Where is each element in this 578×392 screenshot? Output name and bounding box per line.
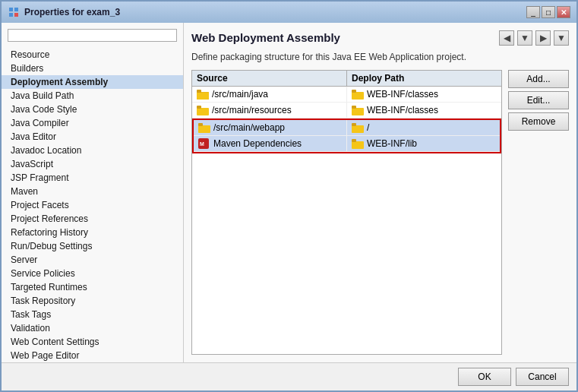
sidebar-item-javascript[interactable]: JavaScript [2, 157, 183, 171]
window-icon [8, 6, 20, 18]
sidebar-item-maven[interactable]: Maven [2, 185, 183, 198]
svg-rect-1 [14, 8, 18, 11]
panel-description: Define packaging structure for this Java… [191, 52, 569, 62]
sidebar-item-java-code-style[interactable]: Java Code Style [2, 103, 183, 116]
source-cell: M Maven Dependencies [194, 136, 347, 151]
svg-rect-3 [14, 13, 18, 17]
header-deploy-path: Deploy Path [347, 71, 501, 86]
title-bar-left: Properties for exam_3 [8, 6, 120, 18]
edit-button[interactable]: Edit... [508, 91, 569, 109]
sidebar-item-targeted-runtimes[interactable]: Targeted Runtimes [2, 280, 183, 294]
table-row[interactable]: /src/main/webapp / [194, 120, 500, 136]
ok-button[interactable]: OK [458, 368, 511, 386]
svg-rect-8 [352, 92, 364, 100]
content-area: Resource Builders Deployment Assembly Ja… [2, 23, 576, 362]
folder-icon [352, 106, 364, 115]
bottom-bar: OK Cancel [2, 362, 576, 390]
sidebar-item-project-facets[interactable]: Project Facets [2, 198, 183, 212]
svg-rect-21 [352, 139, 356, 142]
folder-icon [197, 90, 209, 100]
sidebar-item-server[interactable]: Server [2, 253, 183, 267]
sidebar-item-project-references[interactable]: Project References [2, 212, 183, 226]
table-row[interactable]: M Maven Dependencies WEB-INF/lib [194, 136, 500, 152]
table-row[interactable]: /src/main/java WEB-INF/classes [192, 87, 501, 103]
sidebar-item-validation[interactable]: Validation [2, 321, 183, 335]
title-controls: _ □ ✕ [526, 6, 570, 18]
deploy-cell: WEB-INF/classes [347, 103, 501, 118]
sidebar-item-java-editor[interactable]: Java Editor [2, 130, 183, 144]
sidebar-item-service-policies[interactable]: Service Policies [2, 267, 183, 280]
header-source: Source [192, 71, 347, 86]
window-title: Properties for exam_3 [24, 7, 120, 17]
toolbar: ◀ ▼ ▶ ▼ [499, 30, 569, 46]
right-panel: Web Deployment Assembly ◀ ▼ ▶ ▼ Define p… [184, 23, 576, 362]
sidebar-item-resource[interactable]: Resource [2, 48, 183, 62]
minimize-button[interactable]: _ [526, 6, 540, 18]
sidebar-item-web-page-editor[interactable]: Web Page Editor [2, 349, 183, 362]
sidebar-item-jsp-fragment[interactable]: JSP Fragment [2, 171, 183, 185]
action-buttons: Add... Edit... Remove [508, 70, 569, 355]
svg-rect-12 [352, 108, 364, 115]
assembly-table: Source Deploy Path [191, 70, 502, 355]
deploy-cell: WEB-INF/lib [347, 136, 500, 151]
svg-rect-10 [197, 108, 209, 115]
table-body: /src/main/java WEB-INF/classes [192, 87, 501, 354]
svg-rect-7 [197, 90, 201, 93]
filter-input[interactable] [8, 29, 177, 42]
sidebar-item-run-debug-settings[interactable]: Run/Debug Settings [2, 239, 183, 253]
table-row[interactable]: /src/main/resources WEB-INF/classes [192, 103, 501, 119]
dropdown-button[interactable]: ▼ [517, 30, 532, 46]
title-bar: Properties for exam_3 _ □ ✕ [2, 2, 576, 23]
svg-rect-2 [9, 13, 13, 17]
folder-icon [352, 90, 364, 100]
maximize-button[interactable]: □ [542, 6, 555, 18]
cancel-button[interactable]: Cancel [516, 368, 569, 386]
add-button[interactable]: Add... [508, 70, 569, 88]
svg-rect-20 [352, 141, 364, 149]
sidebar-item-task-repository[interactable]: Task Repository [2, 294, 183, 308]
source-cell: /src/main/java [192, 87, 347, 102]
folder-icon [352, 139, 364, 149]
dropdown2-button[interactable]: ▼ [554, 30, 569, 46]
sidebar-item-deployment-assembly[interactable]: Deployment Assembly [2, 75, 183, 89]
svg-rect-13 [352, 106, 356, 109]
svg-rect-17 [352, 123, 356, 126]
close-button[interactable]: ✕ [557, 6, 570, 18]
deploy-cell: / [347, 120, 500, 135]
svg-rect-11 [197, 106, 201, 109]
svg-rect-6 [197, 93, 209, 100]
sidebar-item-web-content-settings[interactable]: Web Content Settings [2, 335, 183, 349]
svg-rect-14 [198, 125, 210, 133]
back-button[interactable]: ◀ [499, 30, 514, 46]
sidebar-item-refactoring-history[interactable]: Refactoring History [2, 226, 183, 239]
sidebar-item-javadoc-location[interactable]: Javadoc Location [2, 144, 183, 157]
panel-title: Web Deployment Assembly [191, 31, 340, 44]
svg-text:M: M [200, 141, 204, 147]
svg-rect-15 [198, 123, 203, 126]
folder-icon [198, 123, 210, 133]
forward-button[interactable]: ▶ [535, 30, 551, 46]
svg-rect-0 [9, 8, 13, 11]
left-panel: Resource Builders Deployment Assembly Ja… [2, 23, 184, 362]
folder-icon [352, 123, 364, 133]
source-cell: /src/main/resources [192, 103, 347, 118]
sidebar-item-task-tags[interactable]: Task Tags [2, 308, 183, 321]
sidebar-item-builders[interactable]: Builders [2, 62, 183, 75]
source-cell: /src/main/webapp [194, 120, 347, 135]
sidebar-item-java-compiler[interactable]: Java Compiler [2, 116, 183, 130]
folder-icon [197, 106, 209, 115]
sidebar-item-java-build-path[interactable]: Java Build Path [2, 89, 183, 103]
table-header: Source Deploy Path [192, 71, 501, 87]
main-window: Properties for exam_3 _ □ ✕ Resource Bui… [0, 0, 578, 392]
remove-button[interactable]: Remove [508, 112, 569, 131]
main-area: Source Deploy Path [191, 70, 569, 355]
deploy-cell: WEB-INF/classes [347, 87, 501, 102]
maven-icon: M [198, 138, 210, 149]
svg-rect-9 [352, 90, 356, 93]
svg-rect-16 [352, 125, 364, 133]
